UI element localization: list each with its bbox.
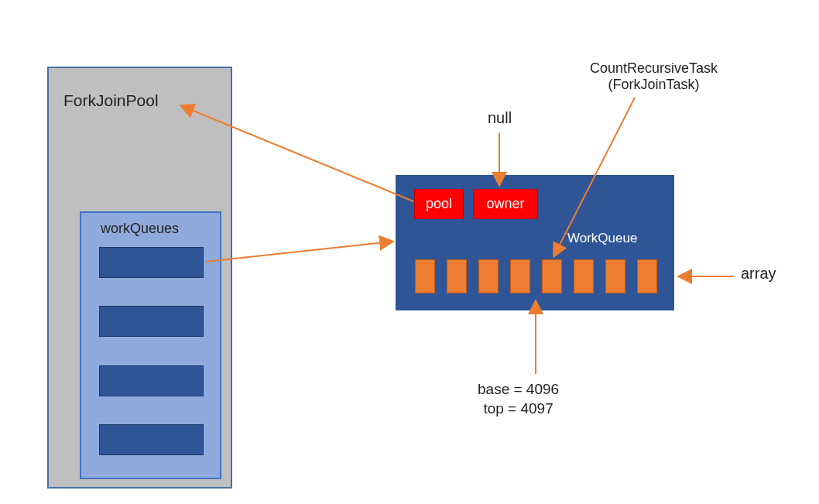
array-slot (574, 259, 594, 293)
array-slot (605, 259, 625, 293)
workqueue-label: WorkQueue (567, 231, 637, 246)
array-slot (510, 259, 530, 293)
crt-line2: (ForkJoinTask) (608, 77, 700, 92)
workqueues-slot (99, 247, 204, 278)
owner-field: owner (473, 189, 538, 219)
array-slot (542, 259, 562, 293)
array-slot (415, 259, 435, 293)
countrecursivetask-label: CountRecursiveTask (ForkJoinTask) (590, 60, 718, 93)
pool-field: pool (414, 189, 464, 219)
workqueues-slot (99, 306, 204, 337)
array-label: array (741, 265, 776, 283)
base-line: base = 4096 (478, 381, 559, 397)
workqueues-slot (99, 365, 204, 396)
arrow-wqslot-to-panel (206, 242, 392, 262)
diagram-canvas: ForkJoinPool workQueues pool owner WorkQ… (0, 0, 819, 504)
top-line: top = 4097 (483, 400, 553, 417)
workqueues-slot (99, 424, 204, 455)
array-slot (447, 259, 467, 293)
base-top-label: base = 4096 top = 4097 (478, 380, 559, 418)
workqueues-title: workQueues (101, 221, 179, 237)
forkjoinpool-title: ForkJoinPool (63, 91, 159, 110)
array-slot (637, 259, 657, 293)
null-label: null (488, 109, 512, 127)
crt-line1: CountRecursiveTask (590, 60, 718, 76)
array-slot (478, 259, 499, 293)
